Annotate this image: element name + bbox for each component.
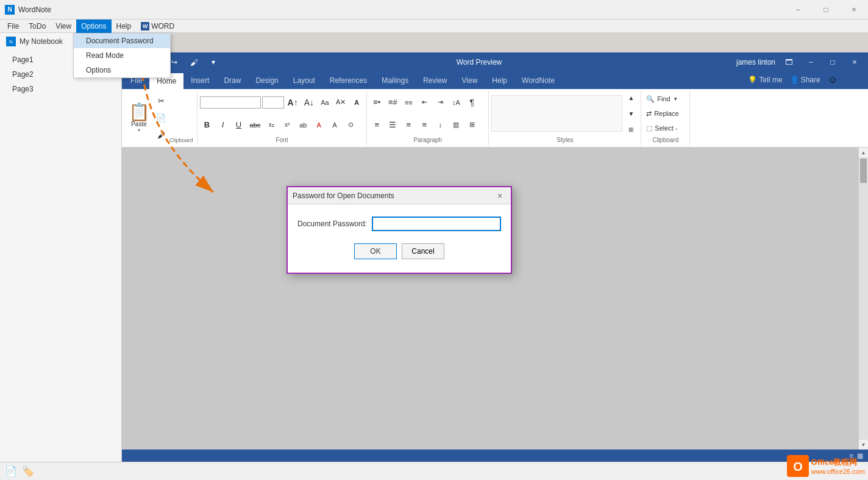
svg-text:O: O — [793, 460, 803, 473]
scroll-thumb[interactable] — [860, 159, 867, 183]
tell-me-area[interactable]: 💡 Tell me — [748, 76, 783, 84]
menu-help[interactable]: Help — [112, 20, 137, 33]
minimize-button[interactable]: − — [784, 0, 812, 20]
scroll-track[interactable] — [859, 157, 868, 440]
justify-button[interactable]: ≡ — [417, 118, 432, 132]
status-icon-page[interactable]: 📄 — [5, 465, 17, 477]
word-format-painter-button[interactable]: 🖌 — [185, 56, 202, 68]
app-title: WordNote — [18, 5, 51, 14]
decrease-indent-button[interactable]: ⇤ — [417, 95, 432, 110]
word-window-maximize-button[interactable]: □ — [824, 56, 841, 68]
dialog-ok-button[interactable]: OK — [354, 243, 397, 259]
underline-button[interactable]: U — [232, 118, 246, 132]
change-case-button[interactable]: Aa — [318, 95, 332, 110]
format-painter-button[interactable]: 🖌 — [154, 127, 168, 142]
bullets-button[interactable]: ≡• — [369, 95, 384, 110]
ribbon-tab-design[interactable]: Design — [248, 72, 285, 89]
font-shrink-button[interactable]: A↓ — [302, 95, 316, 110]
align-left-button[interactable]: ≡ — [369, 118, 384, 132]
subscript-button[interactable]: x₂ — [264, 118, 279, 132]
font-circle-button[interactable]: ⊙ — [343, 118, 358, 132]
select-button[interactable]: ⬚ Select - — [644, 124, 687, 133]
office-logo-svg: O — [787, 455, 809, 477]
sort-button[interactable]: ↕A — [449, 95, 463, 110]
menu-options[interactable]: Options — [76, 20, 111, 33]
paste-dropdown-arrow[interactable]: ▾ — [138, 127, 140, 133]
lightbulb-icon: 💡 — [748, 76, 757, 84]
clipboard-group: 📋 Paste ▾ ✂ 📄 🖌 Clipboard — [122, 90, 197, 146]
menu-item-document-password[interactable]: Document Password — [74, 34, 170, 48]
share-button[interactable]: 👤 Share — [790, 76, 820, 84]
ribbon-tab-draw[interactable]: Draw — [216, 72, 248, 89]
ribbon-tab-review[interactable]: Review — [416, 72, 454, 89]
menu-todo[interactable]: ToDo — [24, 20, 51, 33]
align-center-button[interactable]: ☰ — [385, 118, 400, 132]
ribbon-tab-layout[interactable]: Layout — [286, 72, 322, 89]
show-formatting-button[interactable]: ¶ — [464, 95, 479, 110]
replace-button[interactable]: ⇄ Replace — [644, 109, 687, 118]
paste-icon: 📋 — [129, 104, 150, 121]
smiley-icon: ☺ — [828, 74, 838, 85]
word-username: james linton — [736, 58, 775, 66]
word-window-minimize-button[interactable]: − — [802, 56, 819, 68]
styles-expand[interactable]: ⊞ — [624, 122, 638, 135]
align-right-button[interactable]: ≡ — [401, 118, 416, 132]
password-dialog: Password for Open Documents × Document P… — [286, 186, 512, 274]
office-text-line1: Office教程网 — [811, 457, 865, 468]
close-button[interactable]: × — [840, 0, 868, 20]
font-color-2-button[interactable]: A — [327, 118, 342, 132]
maximize-button[interactable]: □ — [812, 0, 840, 20]
ribbon-tab-references[interactable]: References — [322, 72, 374, 89]
clear-format-button[interactable]: A✕ — [333, 95, 348, 110]
strikethrough-button[interactable]: abc — [247, 118, 263, 132]
bold-button[interactable]: B — [200, 118, 215, 132]
cut-button[interactable]: ✂ — [154, 94, 168, 109]
dialog-close-button[interactable]: × — [494, 190, 506, 202]
styles-scroll-down[interactable]: ▼ — [624, 106, 638, 121]
menu-item-read-mode[interactable]: Read Mode — [74, 48, 170, 63]
styles-scroll-up[interactable]: ▲ — [624, 91, 638, 105]
word-window-close-button[interactable]: × — [846, 56, 863, 68]
borders-button[interactable]: ⊞ — [464, 118, 479, 132]
find-button[interactable]: 🔍 Find ▾ — [644, 95, 687, 104]
ribbon-tab-insert[interactable]: Insert — [183, 72, 216, 89]
text-effects-button[interactable]: A — [349, 95, 364, 110]
font-grow-button[interactable]: A↑ — [285, 95, 301, 110]
menu-view[interactable]: View — [51, 20, 76, 33]
shading-button[interactable]: ▥ — [449, 118, 463, 132]
ribbon-tab-wordnote[interactable]: WordNote — [514, 72, 562, 89]
styles-group-label: Styles — [554, 135, 575, 145]
ribbon-tab-help[interactable]: Help — [485, 72, 514, 89]
menu-word[interactable]: W WORD — [136, 20, 179, 33]
share-icon: 👤 — [790, 76, 799, 84]
dialog-password-input[interactable] — [372, 217, 501, 231]
superscript-button[interactable]: x² — [280, 118, 294, 132]
scroll-down-arrow[interactable]: ▼ — [859, 440, 868, 450]
menu-item-options[interactable]: Options — [74, 63, 170, 77]
page-item-3[interactable]: Page3 — [0, 82, 121, 96]
status-icon-tag[interactable]: 🏷️ — [22, 465, 34, 477]
styles-group: ▲ ▼ ⊞ Styles — [489, 90, 641, 146]
ribbon-tab-mailings[interactable]: Mailings — [374, 72, 416, 89]
find-dropdown[interactable]: ▾ — [674, 96, 677, 102]
increase-indent-button[interactable]: ⇥ — [433, 95, 447, 110]
dialog-password-label: Document Password: — [297, 220, 367, 228]
word-ribbon-minimize-button[interactable]: 🗖 — [780, 56, 797, 68]
font-size-selector[interactable] — [262, 96, 284, 109]
text-highlight-button[interactable]: ab — [296, 118, 310, 132]
word-icon: W — [141, 22, 149, 30]
font-color-button[interactable]: A — [311, 118, 326, 132]
paste-button[interactable]: 📋 Paste ▾ — [124, 91, 154, 145]
font-family-selector[interactable] — [200, 96, 261, 109]
numbering-button[interactable]: ≡# — [385, 95, 400, 110]
dialog-cancel-button[interactable]: Cancel — [402, 243, 444, 259]
italic-button[interactable]: I — [216, 118, 230, 132]
word-quick-access-chevron[interactable]: ▾ — [205, 56, 222, 68]
replace-icon: ⇄ — [646, 110, 652, 118]
ribbon-tab-view[interactable]: View — [455, 72, 485, 89]
copy-button[interactable]: 📄 — [154, 110, 168, 125]
scroll-up-arrow[interactable]: ▲ — [859, 148, 868, 157]
multilevel-list-button[interactable]: ≡≡ — [401, 95, 416, 110]
menu-file[interactable]: File — [2, 20, 24, 33]
line-spacing-button[interactable]: ↕ — [433, 118, 447, 132]
